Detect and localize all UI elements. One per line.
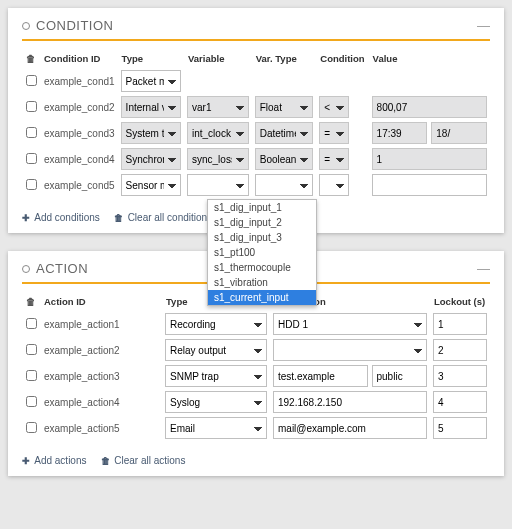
gear-icon: [22, 22, 30, 30]
collapse-icon[interactable]: —: [477, 262, 490, 275]
lockout-input[interactable]: [433, 313, 487, 335]
type-select[interactable]: Internal v: [121, 96, 181, 118]
destination-input[interactable]: [273, 365, 368, 387]
clear-actions-link[interactable]: 🗑 Clear all actions: [101, 455, 186, 466]
condition-id: example_cond3: [40, 120, 118, 146]
destination-input[interactable]: [273, 391, 427, 413]
row-checkbox[interactable]: [26, 422, 37, 433]
type-select[interactable]: Relay output: [165, 339, 267, 361]
destination-select[interactable]: HDD 1: [273, 313, 427, 335]
row-checkbox[interactable]: [26, 101, 37, 112]
type-select[interactable]: Sensor m: [121, 174, 181, 196]
col-variable: Variable: [184, 49, 252, 68]
col-type: Type: [118, 49, 184, 68]
row-checkbox[interactable]: [26, 75, 37, 86]
table-row: example_action4Syslog: [22, 389, 490, 415]
lockout-input[interactable]: [433, 339, 487, 361]
destination-input[interactable]: [273, 417, 427, 439]
lockout-input[interactable]: [433, 365, 487, 387]
collapse-icon[interactable]: —: [477, 19, 490, 32]
variable-select[interactable]: var1: [187, 96, 249, 118]
vartype-select[interactable]: Boolean: [255, 148, 314, 170]
condition-title: CONDITION: [36, 18, 113, 33]
condition-op-select[interactable]: [319, 174, 349, 196]
condition-id: example_cond2: [40, 94, 118, 120]
condition-op-select[interactable]: =: [319, 148, 349, 170]
row-checkbox[interactable]: [26, 127, 37, 138]
table-row: example_action5Email: [22, 415, 490, 441]
action-id: example_action4: [40, 389, 162, 415]
dropdown-option[interactable]: s1_dig_input_1: [208, 200, 316, 215]
vartype-select[interactable]: Datetime: [255, 122, 314, 144]
gear-icon: [22, 265, 30, 273]
type-select[interactable]: Email: [165, 417, 267, 439]
trash-icon: 🗑: [114, 213, 123, 223]
dropdown-option[interactable]: s1_dig_input_3: [208, 230, 316, 245]
lockout-input[interactable]: [433, 391, 487, 413]
add-conditions-label: Add conditions: [34, 212, 100, 223]
row-checkbox[interactable]: [26, 396, 37, 407]
table-row: example_cond4Synchronsync_lossBoolean=: [22, 146, 490, 172]
row-checkbox[interactable]: [26, 153, 37, 164]
clear-conditions-label: Clear all conditions: [128, 212, 213, 223]
condition-op-select[interactable]: <: [319, 96, 349, 118]
type-select[interactable]: Syslog: [165, 391, 267, 413]
dropdown-option[interactable]: s1_current_input: [208, 290, 316, 305]
variable-select[interactable]: [187, 174, 249, 196]
action-table: 🗑 Action ID Type Destination Lockout (s)…: [22, 292, 490, 441]
action-id: example_action5: [40, 415, 162, 441]
dropdown-option[interactable]: s1_thermocouple: [208, 260, 316, 275]
condition-table: 🗑 Condition ID Type Variable Var. Type C…: [22, 49, 490, 198]
value-input-a[interactable]: [372, 122, 428, 144]
condition-panel: CONDITION — 🗑 Condition ID Type Variable…: [8, 8, 504, 233]
action-id: example_action1: [40, 311, 162, 337]
condition-id: example_cond5: [40, 172, 118, 198]
col-action-id: Action ID: [40, 292, 162, 311]
dropdown-option[interactable]: s1_dig_input_2: [208, 215, 316, 230]
destination-select[interactable]: [273, 339, 427, 361]
type-select[interactable]: SNMP trap: [165, 365, 267, 387]
col-condition: Condition: [316, 49, 368, 68]
col-vartype: Var. Type: [252, 49, 317, 68]
table-row: example_action2Relay output: [22, 337, 490, 363]
table-row: example_cond5Sensor m: [22, 172, 490, 198]
action-footer: ✚ Add actions 🗑 Clear all actions: [22, 455, 490, 466]
trash-icon[interactable]: 🗑: [22, 292, 40, 311]
col-lockout: Lockout (s): [430, 292, 490, 311]
row-checkbox[interactable]: [26, 318, 37, 329]
plus-icon: ✚: [22, 213, 30, 223]
value-input[interactable]: [372, 96, 487, 118]
add-actions-link[interactable]: ✚ Add actions: [22, 455, 87, 466]
lockout-input[interactable]: [433, 417, 487, 439]
table-row: example_cond3System tiint_clockDatetime=: [22, 120, 490, 146]
table-row: example_cond2Internal vvar1Float<: [22, 94, 490, 120]
clear-conditions-link[interactable]: 🗑 Clear all conditions: [114, 212, 212, 223]
value-input[interactable]: [372, 174, 487, 196]
add-conditions-link[interactable]: ✚ Add conditions: [22, 212, 100, 223]
variable-select[interactable]: sync_loss: [187, 148, 249, 170]
value-input-b[interactable]: [431, 122, 487, 144]
action-title: ACTION: [36, 261, 88, 276]
table-row: example_cond1Packet m: [22, 68, 490, 94]
dropdown-option[interactable]: s1_vibration: [208, 275, 316, 290]
row-checkbox[interactable]: [26, 179, 37, 190]
variable-dropdown-popup[interactable]: s1_dig_input_1s1_dig_input_2s1_dig_input…: [207, 199, 317, 306]
table-row: example_action3SNMP trap: [22, 363, 490, 389]
clear-actions-label: Clear all actions: [114, 455, 185, 466]
row-checkbox[interactable]: [26, 344, 37, 355]
type-select[interactable]: Recording: [165, 313, 267, 335]
action-id: example_action2: [40, 337, 162, 363]
type-select[interactable]: Synchron: [121, 148, 181, 170]
row-checkbox[interactable]: [26, 370, 37, 381]
dropdown-option[interactable]: s1_pt100: [208, 245, 316, 260]
vartype-select[interactable]: Float: [255, 96, 314, 118]
type-select[interactable]: Packet m: [121, 70, 181, 92]
value-input[interactable]: [372, 148, 487, 170]
condition-header: CONDITION —: [22, 18, 490, 41]
destination-input-2[interactable]: [372, 365, 428, 387]
condition-op-select[interactable]: =: [319, 122, 349, 144]
vartype-select[interactable]: [255, 174, 314, 196]
variable-select[interactable]: int_clock: [187, 122, 249, 144]
type-select[interactable]: System ti: [121, 122, 181, 144]
trash-icon[interactable]: 🗑: [22, 49, 40, 68]
